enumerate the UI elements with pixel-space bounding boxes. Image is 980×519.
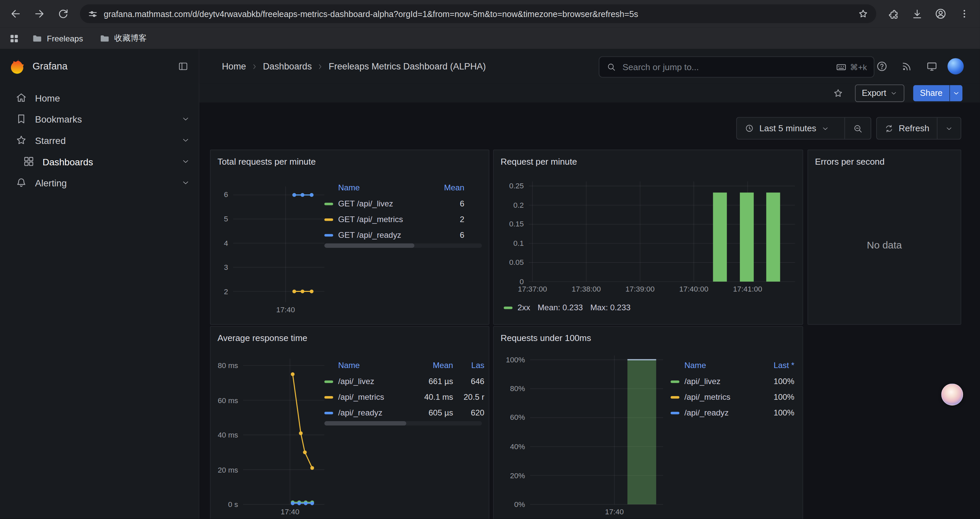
column-header[interactable]: Name <box>324 183 426 192</box>
breadcrumb-home[interactable]: Home <box>222 61 246 72</box>
export-button[interactable]: Export <box>855 84 904 102</box>
menu-kebab-icon[interactable] <box>954 3 975 24</box>
scrollbar-thumb[interactable] <box>324 243 414 248</box>
bookmark-icon <box>15 113 27 125</box>
legend-row[interactable]: GET /api/_metrics2 <box>324 211 464 227</box>
bar-chart[interactable]: 100%80%60%40%20%0%17:40 <box>500 355 666 519</box>
sidebar-item-label: Starred <box>35 135 66 145</box>
y-axis-tick: 20 ms <box>217 465 238 474</box>
help-icon[interactable] <box>873 57 891 76</box>
column-header[interactable]: Name <box>670 360 754 370</box>
reload-button[interactable] <box>52 3 74 24</box>
floating-avatar[interactable] <box>941 384 963 406</box>
series-color-marker <box>324 234 333 236</box>
scrollbar-thumb[interactable] <box>324 421 406 425</box>
bookmark-folder-freeleaps[interactable]: Freeleaps <box>28 31 87 45</box>
bookmark-folder-blog[interactable]: 收藏博客 <box>95 31 150 46</box>
site-info-icon[interactable] <box>88 8 98 19</box>
sidebar-nav: Home Bookmarks Starred <box>0 83 199 193</box>
legend-row[interactable]: /api/_readyz605 µs620 <box>324 405 484 420</box>
legend-row[interactable]: /api/_livez661 µs646 <box>324 374 484 390</box>
x-axis-tick: 17:40:00 <box>673 285 715 294</box>
legend-table: NameLast */api/_livez100%/api/_metrics10… <box>670 357 794 420</box>
refresh-button[interactable]: Refresh <box>877 118 937 139</box>
series-color-marker <box>504 306 512 308</box>
panel-title[interactable]: Total requests per minute <box>218 156 316 166</box>
forward-button[interactable] <box>29 3 50 24</box>
legend-series-label[interactable]: 2xx <box>517 303 530 312</box>
y-axis-tick: 40 ms <box>217 431 238 439</box>
bookmark-star-icon[interactable] <box>858 8 869 19</box>
panel-errors-per-second: Errors per second No data <box>808 150 961 325</box>
series-color-marker <box>670 380 679 382</box>
search-input[interactable] <box>621 61 830 73</box>
column-header[interactable]: Las <box>453 360 484 370</box>
sidebar-item-starred[interactable]: Starred <box>0 129 199 151</box>
column-header[interactable]: Mean <box>427 183 464 192</box>
y-axis-tick: 5 <box>217 215 228 224</box>
share-split-button: Share <box>913 85 963 101</box>
chart-legend[interactable]: 2xx Mean: 0.233 Max: 0.233 <box>504 303 630 312</box>
series-name: /api/_readyz <box>338 408 412 417</box>
panel-title[interactable]: Average response time <box>218 333 307 343</box>
url-text[interactable]: grafana.mathmast.com/d/deytv4rwavabkb/fr… <box>104 9 852 18</box>
panel-title[interactable]: Requests under 100ms <box>501 333 591 343</box>
legend-row[interactable]: /api/_readyz100% <box>670 405 794 420</box>
line-chart[interactable]: 6543217:40 <box>217 181 327 318</box>
legend-max: Max: 0.233 <box>590 303 631 312</box>
chart-svg <box>500 355 666 519</box>
series-value: 6 <box>427 199 464 208</box>
line-chart[interactable]: 80 ms60 ms40 ms20 ms0 s17:40 <box>217 357 327 519</box>
search-icon <box>606 62 616 72</box>
column-header[interactable]: Mean <box>412 360 453 370</box>
time-range-picker[interactable]: Last 5 minutes <box>737 118 844 139</box>
chevron-right-icon <box>316 62 324 70</box>
zoom-out-button[interactable] <box>844 118 870 139</box>
user-avatar[interactable] <box>948 58 964 75</box>
series-name: /api/_metrics <box>684 393 754 402</box>
monitor-icon[interactable] <box>923 57 941 76</box>
chevron-down-icon[interactable] <box>181 115 190 123</box>
chevron-down-icon[interactable] <box>181 136 190 145</box>
profile-icon[interactable] <box>930 3 951 24</box>
search-box[interactable]: ⌘+k <box>599 56 874 78</box>
chevron-down-icon[interactable] <box>181 178 190 187</box>
column-header[interactable]: Last * <box>754 360 795 370</box>
horizontal-scrollbar[interactable] <box>324 243 482 248</box>
grafana-logo[interactable] <box>9 57 26 75</box>
favorite-star-icon[interactable] <box>830 85 846 101</box>
apps-grid-icon[interactable] <box>9 33 19 43</box>
panel-title[interactable]: Request per minute <box>501 156 577 166</box>
legend-row[interactable]: /api/_metrics100% <box>670 389 794 405</box>
sidebar-item-alerting[interactable]: Alerting <box>0 172 199 193</box>
horizontal-scrollbar[interactable] <box>324 421 482 425</box>
sidebar-item-bookmarks[interactable]: Bookmarks <box>0 108 199 129</box>
share-button[interactable]: Share <box>913 85 949 101</box>
panel-average-response-time: Average response time 80 ms60 ms40 ms20 … <box>210 326 490 519</box>
y-axis-tick: 100% <box>500 355 525 364</box>
legend-row[interactable]: GET /api/_readyz6 <box>324 227 464 243</box>
bar-chart[interactable]: 0.250.20.150.10.05017:37:0017:38:0017:39… <box>499 175 797 298</box>
breadcrumb-dashboards[interactable]: Dashboards <box>263 61 312 72</box>
back-button[interactable] <box>5 3 26 24</box>
column-header[interactable]: Name <box>324 360 412 370</box>
downloads-icon[interactable] <box>906 3 928 24</box>
news-rss-icon[interactable] <box>897 57 916 76</box>
sidebar-toggle-icon[interactable] <box>174 57 192 76</box>
breadcrumb-current: Freeleaps Metrics Dashboard (ALPHA) <box>329 61 486 72</box>
y-axis-tick: 60 ms <box>217 396 238 404</box>
legend-row[interactable]: GET /api/_livez6 <box>324 196 464 211</box>
legend-row[interactable]: /api/_livez100% <box>670 374 794 390</box>
x-axis-tick: 17:40 <box>593 508 635 516</box>
legend-row[interactable]: /api/_metrics40.1 ms20.5 r <box>324 389 484 405</box>
chevron-down-icon[interactable] <box>181 157 190 166</box>
share-menu-toggle[interactable] <box>949 85 963 101</box>
extensions-icon[interactable] <box>883 3 904 24</box>
sidebar-item-home[interactable]: Home <box>0 87 199 108</box>
home-icon <box>15 91 27 104</box>
keyboard-icon <box>835 61 847 73</box>
url-bar[interactable]: grafana.mathmast.com/d/deytv4rwavabkb/fr… <box>80 4 876 23</box>
x-axis-tick: 17:41:00 <box>727 285 769 294</box>
refresh-interval-toggle[interactable] <box>937 118 961 139</box>
sidebar-item-dashboards[interactable]: Dashboards <box>0 151 199 172</box>
